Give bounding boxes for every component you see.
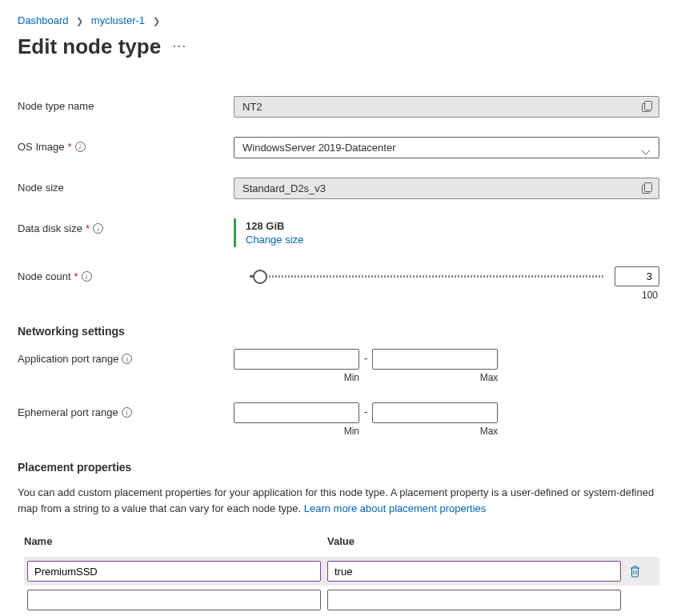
info-icon[interactable]: i xyxy=(75,142,86,152)
eph-port-range-label: Ephemeral port range i xyxy=(18,402,234,418)
app-port-max-input[interactable] xyxy=(372,349,498,370)
copy-icon[interactable] xyxy=(642,101,652,114)
info-icon[interactable]: i xyxy=(93,223,103,234)
node-count-slider[interactable] xyxy=(250,268,605,286)
chevron-right-icon: ❯ xyxy=(153,16,160,26)
min-label: Min xyxy=(344,372,359,383)
info-icon[interactable]: i xyxy=(122,354,132,364)
node-size-field: Standard_D2s_v3 xyxy=(234,178,659,199)
chevron-right-icon: ❯ xyxy=(76,16,83,26)
breadcrumb-link-dashboard[interactable]: Dashboard xyxy=(18,14,69,26)
placement-row xyxy=(24,557,659,586)
node-type-name-field: NT2 xyxy=(234,96,659,118)
info-icon[interactable]: i xyxy=(82,271,92,282)
os-image-label: OS Image * i xyxy=(18,137,234,153)
placement-name-input[interactable] xyxy=(27,590,321,610)
column-value: Value xyxy=(327,535,355,547)
placement-description: You can add custom placement properties … xyxy=(18,485,659,516)
placement-value-input[interactable] xyxy=(327,590,621,610)
eph-port-max-input[interactable] xyxy=(372,402,498,423)
breadcrumb: Dashboard ❯ mycluster-1 ❯ xyxy=(18,14,659,26)
app-port-range-label: Application port range i xyxy=(18,349,234,365)
placement-value-input[interactable] xyxy=(327,561,621,582)
placement-heading: Placement properties xyxy=(18,461,659,474)
placement-learn-more-link[interactable]: Learn more about placement properties xyxy=(304,502,487,514)
data-disk-size-value: 128 GiB xyxy=(246,220,659,232)
node-size-label: Node size xyxy=(18,178,234,194)
networking-heading: Networking settings xyxy=(18,325,659,338)
placement-name-input[interactable] xyxy=(27,561,321,582)
info-icon[interactable]: i xyxy=(122,407,132,418)
column-name: Name xyxy=(24,535,327,547)
node-type-name-label: Node type name xyxy=(18,96,234,112)
change-size-link[interactable]: Change size xyxy=(246,234,303,246)
copy-icon[interactable] xyxy=(642,182,652,196)
min-label: Min xyxy=(344,426,359,437)
trash-icon[interactable] xyxy=(627,563,643,579)
chevron-down-icon xyxy=(641,146,651,158)
max-label: Max xyxy=(480,426,499,437)
more-actions-button[interactable]: ··· xyxy=(172,38,186,56)
data-disk-size-label: Data disk size * i xyxy=(18,218,234,234)
svg-rect-1 xyxy=(645,183,652,192)
node-count-max-label: 100 xyxy=(234,290,659,301)
max-label: Max xyxy=(480,372,499,383)
node-count-input[interactable] xyxy=(615,266,659,286)
breadcrumb-link-cluster[interactable]: mycluster-1 xyxy=(91,14,145,26)
slider-thumb[interactable] xyxy=(253,270,267,284)
app-port-min-input[interactable] xyxy=(234,349,359,370)
eph-port-min-input[interactable] xyxy=(234,402,359,423)
placement-table-header: Name Value xyxy=(24,535,659,547)
os-image-select[interactable]: WindowsServer 2019-Datacenter xyxy=(234,137,659,158)
node-count-label: Node count * i xyxy=(18,266,234,282)
svg-rect-0 xyxy=(645,102,652,110)
placement-row xyxy=(24,586,659,614)
page-title: Edit node type xyxy=(18,34,161,59)
